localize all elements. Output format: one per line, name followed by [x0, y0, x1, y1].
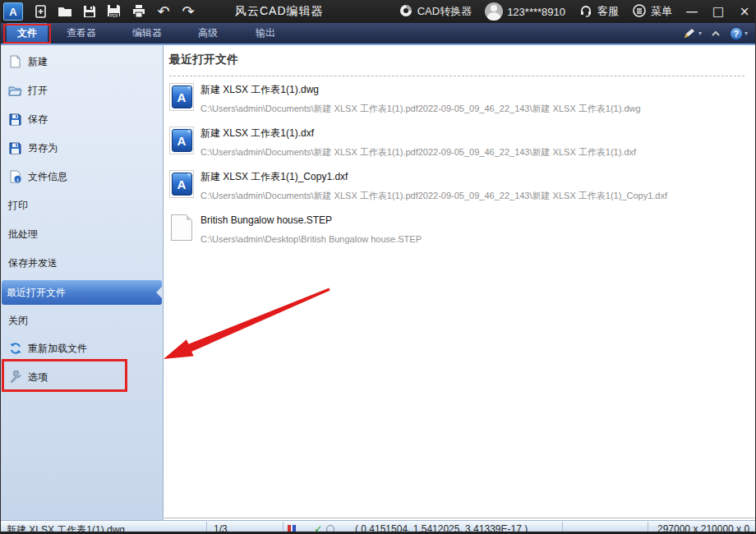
- statusbar-separator: [283, 522, 284, 534]
- tab-file[interactable]: 文件: [7, 23, 48, 44]
- new-doc-icon: [8, 55, 22, 69]
- options-wrench-icon: [8, 371, 22, 384]
- statusbar-separator: [206, 522, 207, 534]
- statusbar-page: 1/3: [214, 523, 228, 534]
- file-name: 新建 XLSX 工作表1(1).dxf: [201, 126, 636, 140]
- account-button[interactable]: 123****8910: [480, 2, 570, 21]
- menu-button[interactable]: 菜单: [627, 3, 677, 21]
- new-file-icon[interactable]: [28, 2, 53, 21]
- sidebar-item-file-info[interactable]: i 文件信息: [3, 166, 160, 187]
- tab-editor[interactable]: 编辑器: [122, 23, 173, 44]
- divider: [169, 76, 744, 76]
- sidebar-item-save-and-send[interactable]: 保存并发送: [3, 252, 160, 274]
- cad-file-icon: A: [169, 127, 194, 154]
- layer-blue-icon[interactable]: [293, 525, 296, 532]
- statusbar-dimensions: 297000 x 210000 x 0: [657, 523, 749, 534]
- converter-disc-icon: [399, 3, 413, 21]
- avatar-icon: [485, 2, 503, 21]
- save-pdf-icon[interactable]: PDF: [102, 2, 127, 21]
- statusbar-filename: 新建 XLSX 工作表1(1).dwg: [7, 523, 125, 534]
- check-icon[interactable]: ✓: [314, 523, 322, 534]
- sidebar-item-recent-files[interactable]: 最近打开文件: [2, 280, 162, 305]
- file-path: C:\Users\admin\Documents\新建 XLSX 工作表1(1)…: [201, 103, 641, 114]
- menu-circle-icon: [632, 3, 647, 21]
- file-path: C:\Users\admin\Documents\新建 XLSX 工作表1(1)…: [201, 146, 636, 158]
- close-button[interactable]: ×: [733, 1, 756, 22]
- titlebar: A PDF ↶ ↷ 风云CAD编辑器 CAD转换器: [0, 0, 756, 23]
- sidebar-item-batch[interactable]: 批处理: [3, 223, 160, 245]
- sidebar-item-open[interactable]: 打开: [3, 80, 160, 101]
- minimize-button[interactable]: —: [680, 1, 703, 22]
- sidebar-item-print[interactable]: 打印: [3, 195, 160, 216]
- recent-file-row[interactable]: British Bungalow house.STEP C:\Users\adm…: [169, 209, 744, 253]
- file-path: C:\Users\admin\Desktop\British Bungalow …: [201, 233, 422, 245]
- sidebar-item-save[interactable]: 保存: [3, 108, 160, 130]
- save-icon: [8, 113, 22, 127]
- layer-red-icon[interactable]: [288, 525, 291, 532]
- headset-icon: [579, 3, 593, 21]
- collapse-ribbon-icon[interactable]: [710, 29, 721, 39]
- save-icon[interactable]: [77, 2, 102, 21]
- sidebar-item-reload[interactable]: 重新加载文件: [3, 338, 160, 359]
- svg-text:PDF: PDF: [110, 13, 118, 18]
- tab-viewer[interactable]: 查看器: [56, 23, 107, 44]
- recent-files-panel: 最近打开文件 A 新建 XLSX 工作表1(1).dwg C:\Users\ad…: [164, 45, 756, 518]
- window-title: 风云CAD编辑器: [235, 4, 324, 19]
- cad-converter-button[interactable]: CAD转换器: [394, 3, 477, 21]
- recent-file-row[interactable]: A 新建 XLSX 工作表1(1).dxf C:\Users\admin\Doc…: [169, 122, 744, 166]
- file-info-icon: i: [8, 170, 22, 184]
- app-logo-icon: A: [3, 2, 23, 21]
- ellipsis-icon[interactable]: ...: [300, 524, 310, 534]
- tab-advanced[interactable]: 高级: [187, 23, 228, 44]
- open-folder-icon: [8, 84, 22, 98]
- undo-icon[interactable]: ↶: [151, 2, 176, 21]
- sidebar-item-options[interactable]: 选项: [3, 366, 160, 388]
- sidebar-item-save-as[interactable]: 另存为: [3, 137, 160, 159]
- maximize-button[interactable]: □: [707, 1, 730, 22]
- statusbar-separator: [562, 522, 563, 534]
- ribbon-tabbar: 文件 查看器 编辑器 高级 输出 ▾ ?▾: [0, 23, 756, 45]
- svg-text:i: i: [16, 177, 18, 183]
- save-as-icon: [8, 141, 22, 155]
- file-menu-sidebar: 新建 打开 保存 另存为: [0, 45, 164, 520]
- redo-icon[interactable]: ↷: [176, 2, 201, 21]
- statusbar-icons: ... ✓: [288, 523, 334, 534]
- statusbar-coordinates: ( 0.4151504, 1.5412025, 3.41339E-17 ): [355, 523, 528, 534]
- recent-file-row[interactable]: A 新建 XLSX 工作表1(1).dwg C:\Users\admin\Doc…: [169, 79, 744, 122]
- edit-pencil-icon[interactable]: ▾: [682, 27, 702, 40]
- reload-icon: [8, 342, 22, 356]
- panel-heading: 最近打开文件: [169, 53, 744, 76]
- tab-output[interactable]: 输出: [245, 23, 286, 44]
- file-name: 新建 XLSX 工作表1(1)_Copy1.dxf: [201, 169, 667, 183]
- app-window: A PDF ↶ ↷ 风云CAD编辑器 CAD转换器: [0, 0, 756, 534]
- sidebar-item-new[interactable]: 新建: [3, 51, 160, 72]
- sidebar-item-close[interactable]: 关闭: [3, 310, 160, 331]
- main-area: 新建 打开 保存 另存为: [0, 45, 756, 520]
- statusbar-separator: [648, 522, 648, 534]
- statusbar: 新建 XLSX 工作表1(1).dwg 1/3 ... ✓ ( 0.415150…: [0, 520, 756, 534]
- help-icon[interactable]: ?▾: [730, 27, 748, 40]
- file-path: C:\Users\admin\Documents\新建 XLSX 工作表1(1)…: [201, 190, 667, 201]
- open-folder-icon[interactable]: [53, 2, 77, 21]
- circle-icon[interactable]: [326, 525, 334, 533]
- cad-file-icon: A: [169, 170, 194, 198]
- cad-file-icon: A: [169, 83, 194, 111]
- plain-file-icon: [171, 214, 192, 241]
- file-name: British Bungalow house.STEP: [201, 213, 422, 227]
- customer-service-button[interactable]: 客服: [574, 3, 624, 21]
- recent-file-row[interactable]: A 新建 XLSX 工作表1(1)_Copy1.dxf C:\Users\adm…: [169, 166, 744, 209]
- print-icon[interactable]: [127, 2, 151, 21]
- file-name: 新建 XLSX 工作表1(1).dwg: [201, 82, 641, 96]
